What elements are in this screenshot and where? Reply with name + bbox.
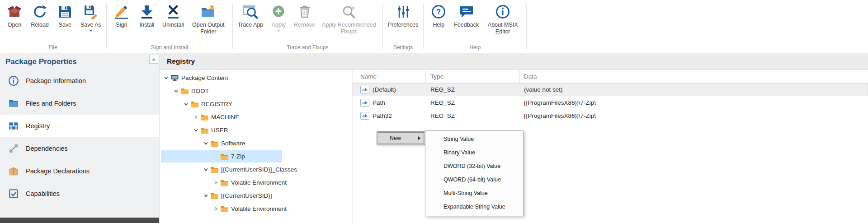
chevron-down-icon[interactable]	[89, 30, 93, 32]
preferences-button[interactable]: Preferences	[385, 2, 421, 44]
tree-label: [{CurrentUserSID}]_Classes	[221, 166, 297, 173]
tree-label: Volatile Environment	[231, 179, 287, 186]
ribbon-group-label: Sign and Install	[109, 44, 230, 53]
remove-button[interactable]: Remove	[291, 2, 318, 44]
string-value-icon: ab	[360, 112, 369, 120]
tree-item-volatile-environment-2[interactable]: Volatile Environment	[160, 202, 352, 215]
tree-item-currentusersid-classes[interactable]: [{CurrentUserSID}]_Classes	[160, 163, 352, 176]
chevron-down-icon	[277, 30, 280, 32]
help-button[interactable]: ? Help	[426, 2, 451, 44]
chevron-down-icon[interactable]	[202, 192, 209, 200]
save-as-button[interactable]: Save As	[78, 2, 104, 44]
open-output-folder-button[interactable]: Open Output Folder	[187, 2, 230, 44]
context-menu-item-new[interactable]: New	[377, 132, 424, 144]
sidebar-item-registry[interactable]: Registry	[0, 115, 159, 137]
tree-label: [{CurrentUserSID}]	[221, 192, 272, 199]
save-button[interactable]: Save	[52, 2, 78, 44]
registry-value-row-default[interactable]: ab (Default) REG_SZ (value not set)	[353, 83, 868, 96]
chevron-down-icon[interactable]	[182, 101, 189, 108]
column-header-type[interactable]: Type	[426, 70, 520, 83]
apply-recommended-fixups-button[interactable]: Apply Recommended Fixups	[318, 2, 380, 44]
registry-tree: Package Content ROOT REGISTRY	[160, 70, 353, 223]
tree-item-currentusersid[interactable]: [{CurrentUserSID}]	[160, 189, 352, 202]
sidebar-item-package-information[interactable]: Package Information	[0, 70, 159, 92]
button-label: Uninstall	[162, 22, 184, 28]
button-label: Reload	[31, 22, 49, 28]
open-output-folder-icon	[201, 4, 216, 19]
tree-item-software[interactable]: Software	[160, 137, 352, 150]
ribbon-toolbar: Open Reload Save Save As File	[0, 0, 868, 53]
tree-item-user[interactable]: USER	[160, 124, 352, 137]
ribbon-separator	[106, 4, 107, 49]
folder-icon	[180, 88, 189, 95]
feedback-button[interactable]: Feedback	[451, 2, 481, 44]
chevron-right-icon[interactable]	[212, 205, 219, 213]
submenu-item-multi-string-value[interactable]: Multi-String Value	[426, 186, 522, 200]
tree-item-machine[interactable]: MACHINE	[160, 111, 352, 124]
reload-button[interactable]: Reload	[27, 2, 52, 44]
ribbon-separator	[232, 4, 233, 49]
tree-label: ROOT	[191, 88, 209, 94]
remove-icon	[297, 4, 312, 19]
registry-icon	[8, 121, 19, 131]
info-icon	[8, 75, 19, 86]
value-data: [{ProgramFilesX86}]\7-Zip\	[520, 112, 868, 119]
sidebar-scroll-up-button[interactable]	[149, 55, 158, 64]
tree-item-root[interactable]: ROOT	[160, 84, 352, 98]
submenu-item-dword-value[interactable]: DWORD (32-bit) Value	[426, 159, 522, 173]
tree-label: 7-Zip	[231, 153, 245, 160]
chevron-down-icon[interactable]	[172, 88, 179, 95]
sidebar-item-label: Dependencies	[26, 145, 68, 152]
submenu-item-string-value[interactable]: String Value	[426, 132, 522, 146]
tree-label: MACHINE	[211, 114, 239, 121]
sidebar-item-label: Registry	[26, 122, 50, 130]
apply-icon	[271, 4, 286, 19]
tree-label: USER	[211, 127, 228, 134]
preferences-icon	[396, 4, 411, 19]
column-header-name[interactable]: Name	[353, 70, 426, 83]
tree-item-7-zip[interactable]: 7-Zip	[160, 150, 352, 163]
button-label: Install	[140, 22, 155, 28]
tree-item-package-content[interactable]: Package Content	[160, 71, 352, 84]
chevron-placeholder	[212, 153, 219, 160]
registry-value-row-path32[interactable]: ab Path32 REG_SZ [{ProgramFilesX86}]\7-Z…	[353, 109, 868, 122]
chevron-down-icon[interactable]	[162, 74, 170, 82]
tree-label: Volatile Environment	[231, 205, 287, 212]
reload-icon	[32, 4, 47, 19]
tree-item-registry[interactable]: REGISTRY	[160, 98, 352, 111]
value-data: [{ProgramFilesX86}]\7-Zip\	[520, 99, 868, 106]
folder-icon	[190, 101, 199, 108]
string-value-icon: ab	[360, 99, 369, 107]
ribbon-group-label: File	[2, 44, 104, 53]
sidebar-item-capabilities[interactable]: Capabilities	[0, 182, 159, 205]
submenu-item-qword-value[interactable]: QWORD (64-bit) Value	[426, 173, 522, 186]
registry-value-row-path[interactable]: ab Path REG_SZ [{ProgramFilesX86}]\7-Zip…	[353, 96, 868, 109]
submenu-item-expandable-string-value[interactable]: Expandable String Value	[426, 200, 522, 214]
chevron-down-icon[interactable]	[202, 140, 209, 147]
button-label: Save	[59, 22, 72, 28]
sidebar-item-files-and-folders[interactable]: Files and Folders	[0, 92, 159, 115]
button-label: Trace App	[238, 22, 264, 28]
button-label: Save As	[80, 22, 101, 28]
sidebar-item-package-declarations[interactable]: Package Declarations	[0, 160, 159, 182]
triangle-up-icon	[152, 58, 156, 60]
about-msix-editor-button[interactable]: About MSIX Editor	[481, 2, 524, 44]
value-name: Path32	[373, 112, 392, 119]
tree-item-volatile-environment-1[interactable]: Volatile Environment	[160, 176, 352, 189]
open-button[interactable]: Open	[2, 2, 27, 44]
value-name: Path	[373, 99, 385, 106]
submenu-item-binary-value[interactable]: Binary Value	[426, 146, 522, 159]
uninstall-button[interactable]: Uninstall	[160, 2, 187, 44]
trace-app-button[interactable]: Trace App	[235, 2, 266, 44]
chevron-down-icon[interactable]	[192, 127, 199, 134]
apply-button[interactable]: Apply	[266, 2, 291, 44]
column-header-data[interactable]: Data	[520, 70, 866, 83]
sidebar-item-dependencies[interactable]: Dependencies	[0, 137, 159, 160]
uninstall-icon	[165, 4, 181, 19]
chevron-right-icon[interactable]	[192, 114, 199, 121]
install-button[interactable]: Install	[134, 2, 160, 44]
chevron-right-icon[interactable]	[212, 179, 219, 186]
chevron-down-icon[interactable]	[202, 166, 209, 173]
folder-icon	[220, 205, 229, 213]
sign-button[interactable]: Sign	[109, 2, 134, 44]
